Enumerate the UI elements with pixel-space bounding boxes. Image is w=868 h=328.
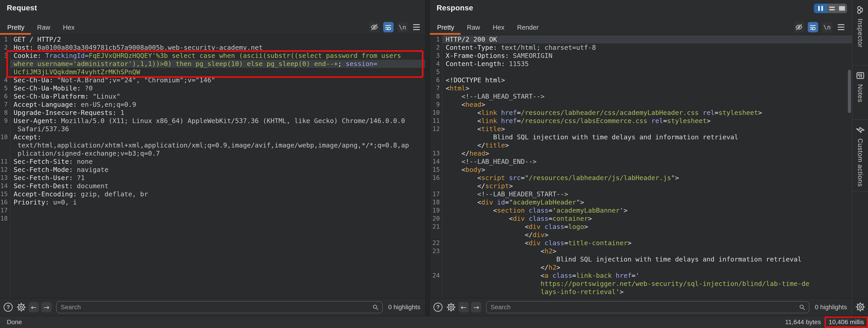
code-text: Blind SQL injection with time delays and… [442, 133, 852, 141]
code-text: Priority: u=0, i [10, 198, 425, 206]
tab-pretty[interactable]: Pretty [430, 22, 461, 35]
search-prev-button[interactable]: ← [458, 302, 469, 313]
code-line: 5 [430, 68, 852, 76]
tab-raw[interactable]: Raw [461, 22, 487, 35]
rows-layout-icon[interactable] [827, 4, 837, 13]
code-text: Sec-Ch-Ua-Platform: "Linux" [10, 92, 425, 100]
gear-icon[interactable] [446, 302, 456, 312]
request-search-input[interactable] [56, 301, 383, 313]
search-icon [799, 303, 806, 311]
code-line: 7<html> [430, 84, 852, 92]
sidebar-label: Custom actions [857, 138, 864, 187]
code-line: 10 <link href=/resources/labheader/css/a… [430, 108, 852, 117]
tab-hex[interactable]: Hex [487, 22, 511, 35]
code-line: 13 </head> [430, 149, 852, 158]
code-line: text/html,application/xhtml+xml,applicat… [0, 141, 425, 149]
help-icon[interactable]: ? [433, 302, 443, 312]
help-icon[interactable]: ? [3, 302, 13, 312]
response-panel: Response PrettyRawHexRender [430, 0, 852, 316]
line-number: 14 [430, 158, 442, 166]
search-next-button[interactable]: → [471, 302, 482, 313]
scrollbar-thumb[interactable] [848, 70, 851, 113]
response-search-input[interactable] [486, 301, 809, 313]
eye-off-icon[interactable] [369, 22, 379, 32]
line-number [0, 60, 10, 68]
code-text: <div id="academyLabHeader"> [442, 198, 852, 206]
request-findbar: ? ← → 0 highlights [0, 298, 425, 316]
line-number: 22 [430, 239, 442, 247]
code-line: 7Accept-Language: en-US,en;q=0.9 [0, 100, 425, 108]
word-wrap-icon[interactable] [808, 22, 818, 32]
code-text: where username='administrator'),1,1))>0)… [10, 60, 425, 68]
response-tab-bar: PrettyRawHexRender [430, 22, 545, 35]
notes-icon [856, 71, 865, 81]
request-highlights-count: 0 highlights [388, 303, 420, 311]
code-line: 11Sec-Fetch-Site: none [0, 158, 425, 166]
columns-layout-icon[interactable] [814, 4, 827, 13]
line-number: 3 [430, 52, 442, 60]
code-text: Sec-Ch-Ua-Mobile: ?0 [10, 84, 425, 92]
line-number: 9 [430, 100, 442, 108]
code-line: Blind SQL injection with time delays and… [430, 133, 852, 141]
eye-off-icon[interactable] [794, 22, 804, 32]
code-line: Blind SQL injection with time delays and… [430, 255, 852, 263]
code-text: <body> [442, 166, 852, 174]
sidebar-tab-custom-actions[interactable]: Custom actions [852, 120, 868, 192]
single-layout-icon[interactable] [837, 4, 847, 13]
code-text: </div> [442, 231, 852, 239]
line-number: 2 [430, 43, 442, 52]
line-number [430, 288, 442, 296]
code-text: </h2> [442, 263, 852, 271]
tab-raw[interactable]: Raw [31, 22, 57, 35]
code-line: 4Content-Length: 11535 [430, 60, 852, 68]
code-text [10, 215, 425, 223]
gear-icon[interactable] [856, 302, 865, 313]
tab-pretty[interactable]: Pretty [0, 22, 31, 35]
line-number: 18 [430, 198, 442, 206]
code-line: 11 <link href=/resources/css/labsEcommer… [430, 117, 852, 125]
line-number: 11 [430, 117, 442, 125]
code-text: Sec-Fetch-User: ?1 [10, 174, 425, 182]
line-number: 24 [430, 271, 442, 280]
right-sidebar: Inspector Notes Custom actions [852, 0, 868, 316]
search-prev-button[interactable]: ← [29, 302, 39, 313]
code-line: 16 <script src="/resources/labheader/js/… [430, 174, 852, 182]
line-number: 8 [0, 108, 10, 117]
line-number: 7 [430, 84, 442, 92]
code-line: 9User-Agent: Mozilla/5.0 (X11; Linux x86… [0, 117, 425, 125]
tab-render[interactable]: Render [510, 22, 545, 35]
response-editor[interactable]: 1HTTP/2 200 OK2Content-Type: text/html; … [430, 35, 852, 298]
code-text: lays-info-retrieval'> [442, 288, 852, 296]
tab-hex[interactable]: Hex [57, 22, 81, 35]
code-text: Upgrade-Insecure-Requests: 1 [10, 108, 425, 117]
code-text: <link href=/resources/labheader/css/acad… [442, 108, 852, 117]
line-number: 1 [430, 35, 442, 43]
sidebar-tab-inspector[interactable]: Inspector [852, 0, 868, 66]
line-number [0, 125, 10, 133]
request-editor[interactable]: 1GET / HTTP/22Host: 0a0100a803a3049781cb… [0, 35, 425, 298]
line-number: 7 [0, 100, 10, 108]
request-title: Request [7, 4, 37, 12]
search-next-button[interactable]: → [41, 302, 52, 313]
status-millis: 10,406 millis [829, 319, 864, 326]
newline-icon[interactable]: \n [397, 22, 408, 32]
line-number [430, 280, 442, 288]
word-wrap-icon[interactable] [383, 22, 394, 32]
response-scrollbar[interactable] [848, 35, 851, 298]
code-line: 24 <a class=link-back href=' [430, 271, 852, 280]
code-line: 1HTTP/2 200 OK [430, 35, 852, 43]
menu-icon[interactable] [411, 22, 422, 32]
sidebar-tab-notes[interactable]: Notes [852, 66, 868, 120]
menu-icon[interactable] [836, 22, 846, 32]
line-number: 17 [430, 190, 442, 198]
request-panel: Request PrettyRawHex \n [0, 0, 425, 316]
line-number: 3 [0, 52, 10, 60]
code-text: <!--LAB_HEAD_START--> [442, 92, 852, 100]
message-editor-window: Request PrettyRawHex \n [0, 0, 868, 328]
code-text: <a class=link-back href=' [442, 271, 852, 280]
code-line: Safari/537.36 [0, 125, 425, 133]
panel-splitter[interactable] [425, 0, 430, 316]
gear-icon[interactable] [16, 302, 26, 312]
line-number [0, 141, 10, 149]
newline-icon[interactable]: \n [822, 22, 832, 32]
